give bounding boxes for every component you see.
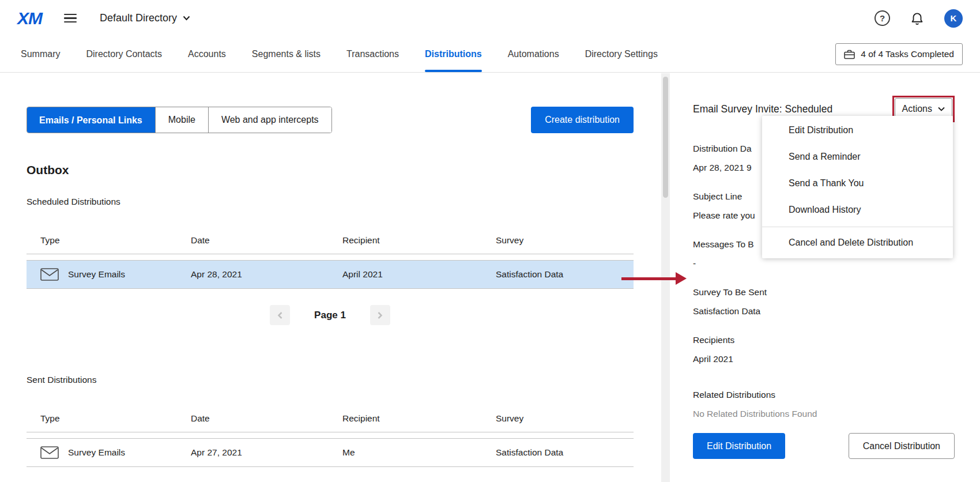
chevron-right-icon — [376, 311, 383, 320]
tab-transactions[interactable]: Transactions — [346, 36, 399, 72]
nav-tabs: Summary Directory Contacts Accounts Segm… — [21, 36, 658, 72]
field-value: April 2021 — [693, 349, 955, 368]
envelope-icon — [40, 268, 59, 281]
channel-tab-emails-personal-links[interactable]: Emails / Personal Links — [27, 107, 155, 133]
previous-page-button[interactable] — [270, 305, 290, 325]
column-header-type: Type — [27, 235, 191, 246]
pagination: Page 1 — [27, 305, 634, 325]
menu-item-cancel-and-delete-distribution[interactable]: Cancel and Delete Distribution — [762, 229, 953, 256]
tab-segments-lists[interactable]: Segments & lists — [252, 36, 321, 72]
row-recipient: April 2021 — [342, 269, 496, 280]
page-number-label: Page 1 — [314, 310, 346, 321]
actions-button-label: Actions — [902, 104, 932, 114]
vertical-scrollbar[interactable] — [661, 73, 670, 482]
detail-panel-title: Email Survey Invite: Scheduled — [693, 103, 832, 115]
column-header-survey: Survey — [496, 413, 634, 424]
chevron-down-icon — [938, 107, 945, 111]
edit-distribution-button[interactable]: Edit Distribution — [693, 433, 785, 459]
help-icon[interactable]: ? — [875, 10, 890, 26]
topbar: XM Default Directory ? K — [0, 0, 980, 36]
scheduled-table-header: Type Date Recipient Survey — [27, 227, 634, 254]
menu-item-send-a-reminder[interactable]: Send a Reminder — [762, 144, 953, 170]
row-survey: Satisfaction Data — [496, 447, 634, 458]
row-date: Apr 27, 2021 — [191, 447, 342, 458]
sent-distribution-row[interactable]: Survey Emails Apr 27, 2021 Me Satisfacti… — [27, 438, 634, 467]
field-label: Survey To Be Sent — [693, 283, 955, 302]
channel-toggle-group: Emails / Personal Links Mobile Web and a… — [27, 107, 332, 133]
row-date: Apr 28, 2021 — [191, 269, 342, 280]
tab-directory-contacts[interactable]: Directory Contacts — [86, 36, 162, 72]
menu-item-download-history[interactable]: Download History — [762, 197, 953, 223]
menu-item-edit-distribution[interactable]: Edit Distribution — [762, 117, 953, 144]
tab-directory-settings[interactable]: Directory Settings — [585, 36, 658, 72]
user-avatar[interactable]: K — [944, 9, 963, 28]
column-header-recipient: Recipient — [342, 235, 496, 246]
cancel-distribution-button[interactable]: Cancel Distribution — [849, 433, 955, 459]
menu-separator — [762, 227, 953, 227]
notifications-bell-icon[interactable] — [910, 11, 925, 26]
hamburger-menu-icon[interactable] — [64, 14, 77, 23]
directory-navbar: Summary Directory Contacts Accounts Segm… — [0, 36, 980, 73]
field-value: No Related Distributions Found — [693, 404, 955, 423]
field-recipients: Recipients April 2021 — [693, 330, 955, 368]
field-label: Recipients — [693, 330, 955, 349]
tasks-completed-button[interactable]: 4 of 4 Tasks Completed — [835, 43, 963, 65]
distributions-main: Emails / Personal Links Mobile Web and a… — [0, 73, 661, 482]
field-survey-to-be-sent: Survey To Be Sent Satisfaction Data — [693, 283, 955, 321]
chevron-left-icon — [277, 311, 284, 320]
scrollbar-thumb[interactable] — [663, 77, 668, 198]
tab-distributions[interactable]: Distributions — [425, 36, 482, 72]
sent-table-header: Type Date Recipient Survey — [27, 405, 634, 432]
tab-accounts[interactable]: Accounts — [188, 36, 226, 72]
next-page-button[interactable] — [370, 305, 390, 325]
row-survey: Satisfaction Data — [496, 269, 634, 280]
field-label: Related Distributions — [693, 385, 955, 404]
field-value: Satisfaction Data — [693, 302, 955, 321]
actions-dropdown-menu: Edit Distribution Send a Reminder Send a… — [762, 116, 953, 258]
outbox-title: Outbox — [27, 163, 634, 177]
column-header-date: Date — [191, 413, 342, 424]
scheduled-distribution-row[interactable]: Survey Emails Apr 28, 2021 April 2021 Sa… — [27, 260, 634, 289]
menu-item-send-a-thank-you[interactable]: Send a Thank You — [762, 170, 953, 197]
row-type: Survey Emails — [68, 269, 125, 280]
row-recipient: Me — [342, 447, 496, 458]
app-window: XM Default Directory ? K Summary Directo… — [0, 0, 980, 482]
column-header-date: Date — [191, 235, 342, 246]
chevron-down-icon — [183, 16, 190, 21]
channel-tab-mobile[interactable]: Mobile — [155, 107, 208, 133]
directory-selector-label: Default Directory — [100, 12, 177, 24]
directory-selector[interactable]: Default Directory — [100, 12, 190, 24]
column-header-survey: Survey — [496, 235, 634, 246]
column-header-type: Type — [27, 413, 191, 424]
tasks-completed-label: 4 of 4 Tasks Completed — [861, 49, 954, 59]
row-type: Survey Emails — [68, 447, 125, 458]
tab-automations[interactable]: Automations — [508, 36, 559, 72]
scheduled-distributions-label: Scheduled Distributions — [27, 197, 634, 207]
briefcase-icon — [844, 50, 855, 59]
column-header-recipient: Recipient — [342, 413, 496, 424]
create-distribution-button[interactable]: Create distribution — [531, 107, 634, 133]
tab-summary[interactable]: Summary — [21, 36, 60, 72]
field-related-distributions: Related Distributions No Related Distrib… — [693, 385, 955, 423]
channel-tab-web-app-intercepts[interactable]: Web and app intercepts — [208, 107, 331, 133]
xm-logo: XM — [17, 9, 42, 28]
envelope-icon — [40, 446, 59, 459]
sent-distributions-label: Sent Distributions — [27, 375, 634, 385]
